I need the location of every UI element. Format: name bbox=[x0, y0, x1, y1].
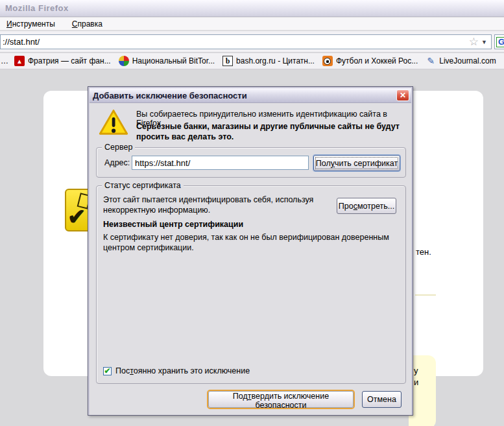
close-icon[interactable]: ✕ bbox=[396, 89, 409, 101]
checkbox-label[interactable]: Постоянно хранить это исключение bbox=[115, 366, 250, 375]
add-security-exception-dialog: Добавить исключение безопасности ✕ Вы со… bbox=[88, 86, 413, 416]
window-titlebar: Mozilla Firefox bbox=[0, 0, 504, 17]
dialog-body: Вы собираетесь принудительно изменить ид… bbox=[90, 103, 411, 415]
menu-tools[interactable]: Инструменты bbox=[6, 19, 55, 29]
bookmark-bash[interactable]: b bash.org.ru - Цитатн... bbox=[221, 54, 317, 67]
bittorrent-icon bbox=[119, 56, 129, 66]
bash-icon: b bbox=[222, 56, 233, 66]
football-icon bbox=[322, 56, 333, 66]
menu-bar: Инструменты Справка bbox=[0, 18, 504, 30]
bookmark-fratria[interactable]: ▲ Фратрия — сайт фан... bbox=[12, 54, 113, 67]
dialog-title: Добавить исключение безопасности bbox=[93, 91, 247, 101]
bookmark-yahoo[interactable]: Y! Yahoo! bbox=[502, 54, 504, 67]
cancel-button[interactable]: Отмена bbox=[362, 391, 402, 408]
checkbox-checked-icon[interactable]: ✔ bbox=[103, 367, 112, 375]
menu-help[interactable]: Справка bbox=[72, 19, 102, 29]
server-groupbox-legend: Сервер bbox=[102, 143, 135, 152]
status-groupbox-legend: Статус сертификата bbox=[102, 181, 184, 190]
dialog-titlebar[interactable]: Добавить исключение безопасности ✕ bbox=[90, 88, 411, 103]
bookmark-bittorrent[interactable]: Национальный BitTor... bbox=[117, 54, 217, 67]
unknown-ca-heading: Неизвестный центр сертификации bbox=[103, 220, 243, 229]
search-engine-icon[interactable]: G bbox=[496, 37, 504, 47]
get-certificate-button[interactable]: Получить сертификат bbox=[313, 155, 400, 171]
bookmark-football[interactable]: Футбол и Хоккей Рос... bbox=[320, 54, 420, 67]
status-intro-text: Этот сайт пытается идентифицировать себя… bbox=[103, 195, 330, 215]
url-input[interactable] bbox=[1, 37, 468, 47]
bookmark-overflow-label[interactable]: … bbox=[0, 56, 8, 65]
window-title: Mozilla Firefox bbox=[5, 3, 69, 13]
navigation-toolbar: ☆ ▼ G bbox=[0, 31, 504, 53]
confirm-security-exception-button[interactable]: Подтвердить исключение безопасности bbox=[208, 391, 354, 408]
view-certificate-button[interactable]: Просмотреть... bbox=[337, 198, 396, 214]
location-bar[interactable]: ☆ ▼ bbox=[0, 34, 492, 49]
address-label: Адрес: bbox=[104, 158, 130, 167]
bookmark-star-icon[interactable]: ☆ bbox=[468, 36, 480, 49]
certificate-status-groupbox: Статус сертификата Этот сайт пытается ид… bbox=[96, 185, 406, 384]
page-separator-line bbox=[415, 294, 436, 296]
warning-bold-text: Серьёзные банки, магазины и другие публи… bbox=[136, 121, 403, 142]
checkmark-icon: ✔ bbox=[67, 206, 86, 228]
suggestion-text-fragment: у bbox=[414, 366, 418, 375]
bookmarks-toolbar: … ▲ Фратрия — сайт фан... Национальный B… bbox=[0, 53, 504, 69]
page-text-fragment: тен. bbox=[416, 247, 431, 257]
pencil-icon: ✎ bbox=[426, 56, 436, 66]
warning-triangle-icon bbox=[99, 109, 128, 138]
search-box[interactable]: G bbox=[494, 34, 504, 49]
address-input[interactable] bbox=[132, 156, 309, 170]
suggestion-text-fragment: и bbox=[414, 377, 418, 387]
permanently-store-checkbox-row[interactable]: ✔ Постоянно хранить это исключение bbox=[103, 366, 250, 375]
bookmark-livejournal[interactable]: ✎ LiveJournal.com bbox=[424, 54, 498, 67]
url-dropdown-icon[interactable]: ▼ bbox=[480, 39, 491, 45]
server-groupbox: Сервер Адрес: Получить сертификат bbox=[96, 147, 406, 178]
fratria-icon: ▲ bbox=[14, 56, 25, 66]
unknown-ca-description: К сертификату нет доверия, так как он не… bbox=[103, 232, 395, 253]
